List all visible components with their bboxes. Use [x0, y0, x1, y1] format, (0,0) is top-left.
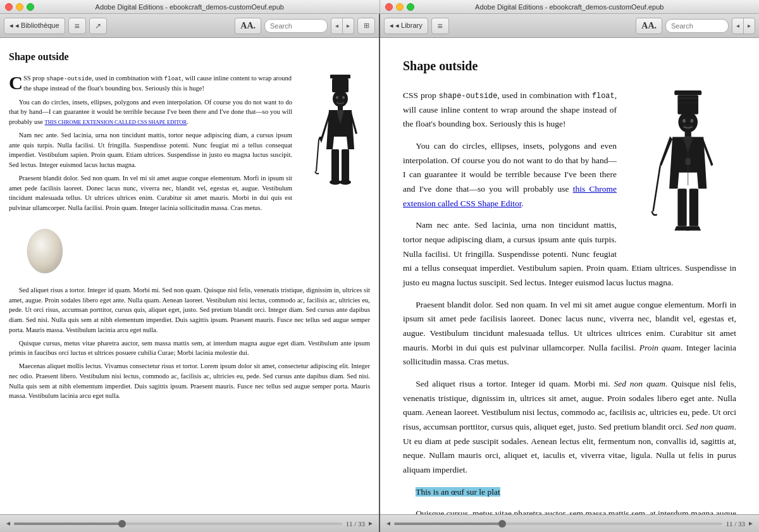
- left-bottom-bar: ◂ 11 / 33 ▸: [0, 514, 379, 532]
- nav-controls-left: ◂ ▸: [331, 18, 354, 34]
- svg-point-10: [342, 96, 345, 99]
- left-para-5: Sed aliquet risus a tortor. Integer id q…: [9, 285, 370, 335]
- progress-next-left[interactable]: ▸: [369, 519, 373, 528]
- right-toolbar: ◂ ◂ Library ≡ AA. ◂ ▸: [380, 14, 759, 38]
- drop-cap-c: C: [9, 75, 23, 91]
- right-para-7: Quisque cursus, metus vitae pharetra auc…: [403, 507, 736, 514]
- svg-rect-12: [674, 90, 701, 95]
- left-para-1: C SS prop shape-outside, used in combina…: [9, 73, 292, 94]
- font-size-btn-left[interactable]: AA.: [235, 18, 261, 34]
- svg-point-9: [336, 96, 338, 99]
- minimize-btn-left[interactable]: [16, 3, 23, 11]
- svg-rect-15: [685, 132, 691, 137]
- window-title-right: Adobe Digital Editions - ebookcraft_demo…: [475, 3, 663, 11]
- prev-btn-right[interactable]: ◂: [732, 18, 744, 34]
- svg-point-7: [330, 180, 341, 185]
- maximize-btn-left[interactable]: [27, 3, 34, 11]
- close-btn-left[interactable]: [5, 3, 13, 11]
- right-man-illustration: [626, 89, 736, 244]
- right-text-area: CSS prop shape-outside, used in combinat…: [403, 89, 736, 514]
- library-btn-left[interactable]: ◂ ◂ Bibliothèque: [4, 18, 65, 34]
- left-toolbar: ◂ ◂ Bibliothèque ≡ ↗ AA. ◂ ▸: [0, 14, 379, 38]
- progress-prev-right[interactable]: ◂: [386, 519, 390, 528]
- right-bottom-bar: ◂ 11 / 33 ▸: [380, 514, 759, 532]
- left-panel: ◂ ◂ Bibliothèque ≡ ↗ AA. ◂ ▸: [0, 14, 380, 532]
- chrome-ext-link-small[interactable]: this chrome extension called css shape e…: [45, 119, 187, 125]
- progress-next-right[interactable]: ▸: [749, 519, 753, 528]
- minimize-btn-right[interactable]: [396, 3, 404, 11]
- progress-fill-right: [394, 523, 502, 525]
- right-para-4: Praesent blandit dolor. Sed non quam. In…: [403, 298, 736, 369]
- window-title-left: Adobe Digital Editions - ebookcraft_demo…: [96, 3, 284, 11]
- svg-rect-3: [338, 106, 343, 110]
- window-controls-left: [5, 3, 34, 11]
- next-btn-right[interactable]: ▸: [744, 18, 755, 34]
- right-book-content: Shape outside: [380, 38, 759, 514]
- prev-btn-left[interactable]: ◂: [331, 18, 343, 34]
- nav-controls-right: ◂ ▸: [732, 18, 755, 34]
- left-man-illustration: [297, 73, 370, 200]
- font-size-btn-right[interactable]: AA.: [636, 18, 662, 34]
- left-book-title: Shape outside: [9, 49, 370, 65]
- svg-rect-5: [331, 149, 339, 181]
- list-view-btn-right[interactable]: ≡: [431, 18, 449, 34]
- svg-point-20: [690, 119, 693, 123]
- progress-fill-left: [14, 523, 122, 525]
- svg-point-11: [27, 229, 63, 273]
- right-book-title: Shape outside: [403, 56, 736, 77]
- page-info-left: 11 / 33: [346, 520, 365, 528]
- svg-point-8: [340, 180, 351, 185]
- progress-track-left[interactable]: [14, 523, 342, 525]
- svg-rect-0: [330, 75, 350, 78]
- left-para-6: Quisque cursus, metus vitae pharetra auc…: [9, 338, 370, 359]
- progress-thumb-left[interactable]: [118, 520, 126, 528]
- progress-track-right[interactable]: [394, 523, 722, 525]
- progress-thumb-right[interactable]: [498, 520, 506, 528]
- highlighted-text: This is an œuf sur le plat: [416, 487, 500, 497]
- list-view-btn-left[interactable]: ≡: [68, 18, 86, 34]
- left-text-area: C SS prop shape-outside, used in combina…: [9, 73, 370, 401]
- svg-rect-6: [342, 149, 349, 181]
- left-para-7: Maecenas aliquet mollis lectus. Vivamus …: [9, 361, 370, 401]
- egg-illustration: [22, 221, 370, 278]
- maximize-btn-right[interactable]: [407, 3, 414, 11]
- code-shape-outside: shape-outside: [439, 92, 498, 101]
- search-input-left[interactable]: [264, 19, 328, 33]
- library-btn-right[interactable]: ◂ ◂ Library: [384, 18, 428, 34]
- svg-line-16: [653, 165, 660, 211]
- svg-rect-17: [677, 189, 686, 226]
- svg-rect-1: [332, 78, 349, 92]
- svg-rect-24: [686, 158, 691, 164]
- right-para-6: This is an œuf sur le plat: [403, 485, 736, 500]
- left-book-content: Shape outside: [0, 38, 379, 514]
- chart-btn-left[interactable]: ↗: [89, 18, 107, 34]
- svg-rect-13: [677, 95, 698, 114]
- right-para-5: Sed aliquet risus a tortor. Integer id q…: [403, 377, 736, 478]
- close-btn-right[interactable]: [385, 3, 393, 11]
- svg-line-4: [316, 140, 319, 171]
- code-float: float: [592, 92, 615, 101]
- progress-prev-left[interactable]: ◂: [6, 519, 10, 528]
- svg-point-2: [333, 90, 348, 107]
- page-info-right: 11 / 33: [726, 520, 745, 528]
- svg-rect-18: [689, 189, 698, 226]
- svg-point-14: [678, 111, 698, 132]
- next-btn-left[interactable]: ▸: [343, 18, 354, 34]
- window-controls-right: [385, 3, 414, 11]
- view-toggle-btn-left[interactable]: ⊞: [357, 18, 375, 34]
- right-panel: ◂ ◂ Library ≡ AA. ◂ ▸ Shape outsid: [380, 14, 759, 532]
- svg-point-19: [682, 119, 686, 123]
- search-input-right[interactable]: [665, 19, 729, 33]
